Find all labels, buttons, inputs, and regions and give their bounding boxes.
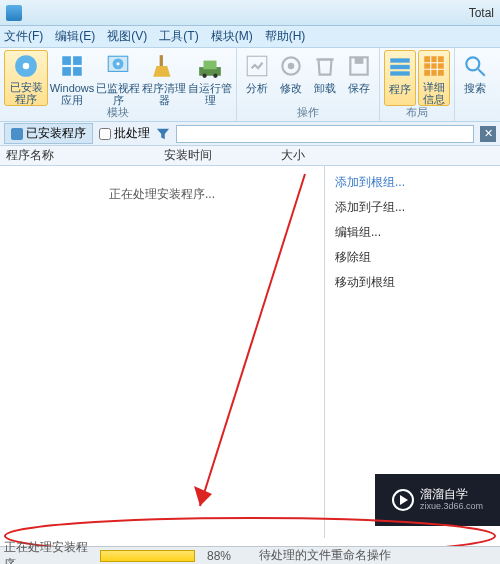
- ribbon-group-layout-label: 布局: [380, 105, 454, 120]
- svg-rect-11: [204, 60, 217, 69]
- menu-tool[interactable]: 工具(T): [159, 28, 198, 45]
- side-add-sub[interactable]: 添加到子组...: [325, 195, 500, 220]
- col-installtime[interactable]: 安装时间: [120, 147, 255, 164]
- rbtn-save[interactable]: 保存: [343, 50, 375, 106]
- batch-checkbox-input[interactable]: [99, 128, 111, 140]
- search-icon: [461, 52, 489, 80]
- close-icon[interactable]: ✕: [480, 126, 496, 142]
- watermark-brand: 溜溜自学: [420, 488, 483, 501]
- filter-search-input[interactable]: [176, 125, 474, 143]
- rbtn-cleaner-label: 程序清理器: [142, 82, 186, 106]
- svg-rect-20: [390, 65, 410, 69]
- rbtn-analyze[interactable]: 分析: [241, 50, 273, 106]
- progress-bar: [100, 550, 195, 562]
- ribbon-group-ops-label: 操作: [237, 105, 379, 120]
- rbtn-search-label: 搜索: [464, 82, 486, 94]
- side-add-root[interactable]: 添加到根组...: [325, 170, 500, 195]
- svg-point-12: [202, 73, 206, 77]
- monitor-disc-icon: [104, 52, 132, 80]
- column-headers: 程序名称 安装时间 大小: [0, 146, 500, 166]
- rbtn-programs-label: 程序: [389, 83, 411, 95]
- processing-message: 正在处理安装程序...: [0, 186, 324, 203]
- funnel-icon[interactable]: [156, 127, 170, 141]
- svg-point-16: [288, 63, 295, 70]
- autorun-icon: [196, 52, 224, 80]
- ribbon-group-modules: 已安装程序 Windows 应用 已监视程序 程序清理器 自运行管理 模块: [0, 48, 237, 121]
- menu-bar: 文件(F) 编辑(E) 视图(V) 工具(T) 模块(M) 帮助(H): [0, 26, 500, 48]
- svg-point-23: [466, 57, 479, 70]
- windows-icon: [58, 52, 86, 80]
- svg-rect-5: [73, 67, 82, 76]
- svg-rect-2: [62, 56, 71, 65]
- side-edit-group[interactable]: 编辑组...: [325, 220, 500, 245]
- rbtn-analyze-label: 分析: [246, 82, 268, 94]
- rbtn-uninstall[interactable]: 卸载: [309, 50, 341, 106]
- rbtn-winapps[interactable]: Windows 应用: [50, 50, 94, 106]
- filter-bar: 已安装程序 批处理 ✕: [0, 122, 500, 146]
- rbtn-search[interactable]: 搜索: [459, 50, 491, 106]
- rbtn-winapps-label: Windows 应用: [50, 82, 95, 106]
- list-icon: [386, 53, 414, 81]
- rbtn-uninstall-label: 卸载: [314, 82, 336, 94]
- app-icon: [6, 5, 22, 21]
- annotation-arrow: [0, 166, 325, 538]
- svg-point-13: [213, 73, 217, 77]
- disc-icon: [12, 53, 40, 79]
- svg-point-8: [116, 62, 119, 65]
- col-size[interactable]: 大小: [255, 147, 325, 164]
- rbtn-installed[interactable]: 已安装程序: [4, 50, 48, 106]
- menu-file[interactable]: 文件(F): [4, 28, 43, 45]
- svg-rect-19: [390, 58, 410, 62]
- batch-checkbox-label: 批处理: [114, 125, 150, 142]
- svg-rect-22: [424, 56, 444, 76]
- rbtn-modify[interactable]: 修改: [275, 50, 307, 106]
- program-list-pane: 正在处理安装程序...: [0, 166, 325, 538]
- menu-module[interactable]: 模块(M): [211, 28, 253, 45]
- svg-rect-3: [73, 56, 82, 65]
- title-bar: Total: [0, 0, 500, 26]
- rbtn-cleaner[interactable]: 程序清理器: [142, 50, 186, 106]
- rbtn-save-label: 保存: [348, 82, 370, 94]
- menu-help[interactable]: 帮助(H): [265, 28, 306, 45]
- analyze-icon: [243, 52, 271, 80]
- app-title: Total: [28, 6, 494, 20]
- grid-icon: [420, 53, 448, 79]
- svg-rect-9: [160, 55, 163, 66]
- status-processing: 正在处理安装程序...: [0, 539, 100, 565]
- save-icon: [345, 52, 373, 80]
- status-bar: 正在处理安装程序... 88% 待处理的文件重命名操作: [0, 546, 500, 564]
- svg-point-1: [23, 63, 30, 70]
- menu-view[interactable]: 视图(V): [107, 28, 147, 45]
- svg-rect-18: [355, 57, 364, 64]
- svg-rect-4: [62, 67, 71, 76]
- rbtn-monitored[interactable]: 已监视程序: [96, 50, 140, 106]
- ribbon-group-search: 搜索: [455, 48, 495, 121]
- rbtn-modify-label: 修改: [280, 82, 302, 94]
- ribbon-group-ops: 分析 修改 卸载 保存 操作: [237, 48, 380, 121]
- svg-rect-21: [390, 71, 410, 75]
- broom-icon: [150, 52, 178, 80]
- batch-checkbox[interactable]: 批处理: [99, 125, 150, 142]
- side-move-root[interactable]: 移动到根组: [325, 270, 500, 295]
- rbtn-autorun[interactable]: 自运行管理: [188, 50, 232, 106]
- rbtn-autorun-label: 自运行管理: [188, 82, 232, 106]
- gear-icon: [277, 52, 305, 80]
- watermark-url: zixue.3d66.com: [420, 502, 483, 512]
- filter-tab-installed[interactable]: 已安装程序: [4, 123, 93, 144]
- rbtn-details[interactable]: 详细信息: [418, 50, 450, 106]
- menu-edit[interactable]: 编辑(E): [55, 28, 95, 45]
- trash-icon: [311, 52, 339, 80]
- ribbon-group-modules-label: 模块: [0, 105, 236, 120]
- side-remove-group[interactable]: 移除组: [325, 245, 500, 270]
- rbtn-details-label: 详细信息: [419, 81, 449, 105]
- svg-marker-24: [194, 486, 212, 506]
- rbtn-installed-label: 已安装程序: [5, 81, 47, 105]
- disc-small-icon: [11, 128, 23, 140]
- col-name[interactable]: 程序名称: [0, 147, 120, 164]
- watermark: 溜溜自学 zixue.3d66.com: [375, 474, 500, 526]
- ribbon-group-layout: 程序 详细信息 布局: [380, 48, 455, 121]
- play-icon: [392, 489, 414, 511]
- rbtn-programs[interactable]: 程序: [384, 50, 416, 106]
- filter-tab-label: 已安装程序: [26, 125, 86, 142]
- progress-percent: 88%: [199, 549, 239, 563]
